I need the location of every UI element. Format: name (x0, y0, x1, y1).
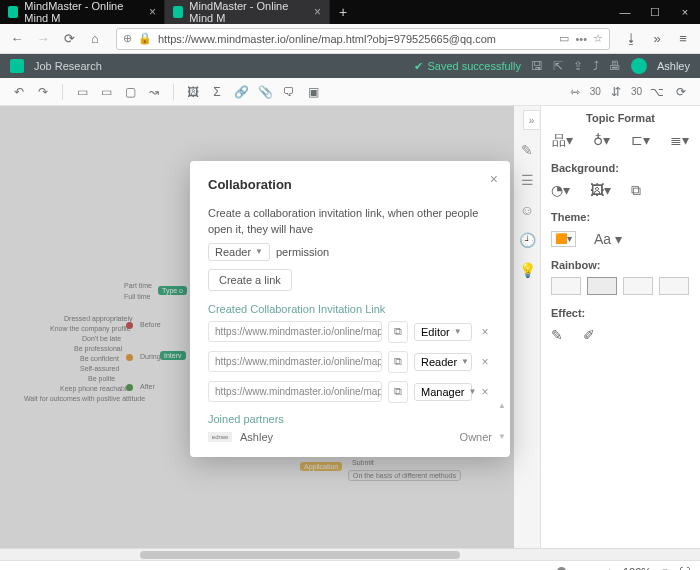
favicon-icon (8, 6, 18, 18)
undo-icon[interactable]: ↶ (10, 85, 28, 99)
dialog-intro: Create a collaboration invitation link, … (208, 206, 492, 237)
forward-icon[interactable]: → (32, 28, 54, 50)
delete-icon[interactable]: × (478, 325, 492, 339)
browser-tab[interactable]: MindMaster - Online Mind M × (0, 0, 165, 24)
browser-tabstrip: MindMaster - Online Mind M × MindMaster … (0, 0, 700, 24)
save-status-label: Saved successfully (427, 60, 521, 72)
overflow-icon[interactable]: » (646, 28, 668, 50)
browser-tab-active[interactable]: MindMaster - Online Mind M × (165, 0, 330, 24)
partner-role: Owner (460, 431, 492, 443)
window-controls: — ☐ × (610, 0, 700, 24)
hspacing-value[interactable]: 30 (590, 86, 601, 97)
link-icon[interactable]: 🔗 (232, 85, 250, 99)
copy-icon[interactable]: ⧉ (388, 351, 408, 373)
tab-title: MindMaster - Online Mind M (189, 0, 308, 24)
reload-icon[interactable]: ⟳ (58, 28, 80, 50)
partner-name: Ashley (240, 431, 273, 443)
chevron-down-icon: ▼ (454, 327, 462, 336)
app-logo-icon[interactable] (10, 59, 24, 73)
close-icon[interactable]: × (490, 171, 498, 187)
role-value: Reader (421, 356, 457, 368)
document-title[interactable]: Job Research (34, 60, 102, 72)
close-icon[interactable]: × (314, 5, 321, 19)
link-url-input[interactable]: https://www.mindmaster.io/online/map.htm… (208, 381, 382, 402)
back-icon[interactable]: ← (6, 28, 28, 50)
copy-icon[interactable]: ⧉ (388, 381, 408, 403)
role-select[interactable]: Reader▼ (414, 353, 472, 371)
link-url-input[interactable]: https://www.mindmaster.io/online/map.htm… (208, 351, 382, 372)
zoom-out-icon[interactable]: − (500, 566, 506, 571)
delete-icon[interactable]: × (478, 385, 492, 399)
zoom-in-icon[interactable]: + (607, 566, 613, 571)
vspacing-value[interactable]: 30 (631, 86, 642, 97)
refresh-icon[interactable]: ⟳ (672, 85, 690, 99)
user-name[interactable]: Ashley (657, 60, 690, 72)
partners-scrollbar[interactable]: ▲▼ (498, 401, 504, 441)
close-icon[interactable]: × (149, 5, 156, 19)
minimize-icon[interactable]: — (610, 0, 640, 24)
link-row: https://www.mindmaster.io/online/map.htm… (208, 351, 492, 373)
toolbar: ↶ ↷ ▭ ▭ ▢ ↝ 🖼 Σ 🔗 📎 🗨 ▣ ⇿ 30 ⇵ 30 ⌥ ⟳ (0, 78, 700, 106)
zoom-value[interactable]: 100% (623, 566, 651, 571)
create-link-button[interactable]: Create a link (208, 269, 292, 291)
chevron-down-icon: ▼ (468, 387, 476, 396)
export-icon[interactable]: ⇱ (553, 59, 563, 73)
role-select[interactable]: Manager▼ (414, 383, 472, 401)
image-icon[interactable]: 🖼 (184, 85, 202, 99)
close-icon[interactable]: × (670, 0, 700, 24)
address-bar[interactable]: ⊕ 🔒 https://www.mindmaster.io/online/map… (116, 28, 610, 50)
role-select[interactable]: Editor▼ (414, 323, 472, 341)
fullscreen-icon[interactable]: ⛶ (679, 566, 690, 571)
partner-row: edraw Ashley Owner (208, 431, 492, 443)
save-icon[interactable]: 🖫 (531, 59, 543, 73)
check-icon: ✔ (414, 60, 423, 73)
url-text: https://www.mindmaster.io/online/map.htm… (158, 33, 553, 45)
menu-icon[interactable]: ≡ (672, 28, 694, 50)
star-icon[interactable]: ☆ (593, 32, 603, 45)
horizontal-scrollbar[interactable] (0, 548, 700, 560)
hspacing-icon[interactable]: ⇿ (566, 85, 584, 99)
download-icon[interactable]: ⭳ (620, 28, 642, 50)
more-icon[interactable]: ••• (575, 33, 587, 45)
link-url-input[interactable]: https://www.mindmaster.io/online/map.htm… (208, 321, 382, 342)
share-icon[interactable]: ⇪ (573, 59, 583, 73)
publish-icon[interactable]: ⤴ (593, 59, 599, 73)
attachment-icon[interactable]: 📎 (256, 85, 274, 99)
role-value: Editor (421, 326, 450, 338)
partner-logo: edraw (208, 432, 232, 442)
dialog-title: Collaboration (208, 177, 492, 192)
formula-icon[interactable]: Σ (208, 85, 226, 99)
scrollbar-thumb[interactable] (140, 551, 460, 559)
role-value: Manager (421, 386, 464, 398)
floating-topic-icon[interactable]: ▢ (121, 85, 139, 99)
chevron-down-icon: ▼ (461, 357, 469, 366)
note-icon[interactable]: 🗨 (280, 85, 298, 99)
shield-icon: ⊕ (123, 32, 132, 45)
new-tab-button[interactable]: + (330, 0, 356, 24)
permission-select[interactable]: Reader ▼ (208, 243, 270, 261)
user-avatar-icon[interactable] (631, 58, 647, 74)
partners-label: Joined partners (208, 413, 492, 425)
subtopic-icon[interactable]: ▭ (97, 85, 115, 99)
tab-title: MindMaster - Online Mind M (24, 0, 143, 24)
redo-icon[interactable]: ↷ (34, 85, 52, 99)
delete-icon[interactable]: × (478, 355, 492, 369)
save-status: ✔ Saved successfully (414, 60, 521, 73)
copy-icon[interactable]: ⧉ (388, 321, 408, 343)
home-icon[interactable]: ⌂ (84, 28, 106, 50)
reader-icon[interactable]: ▭ (559, 32, 569, 45)
relationship-icon[interactable]: ↝ (145, 85, 163, 99)
browser-navbar: ← → ⟳ ⌂ ⊕ 🔒 https://www.mindmaster.io/on… (0, 24, 700, 54)
lock-icon: 🔒 (138, 32, 152, 45)
branch-icon[interactable]: ⌥ (648, 85, 666, 99)
status-bar: − + 100% ▼ ⛶ (0, 560, 700, 570)
favicon-icon (173, 6, 183, 18)
main-area: Field Company Type o Part time Full time… (0, 106, 700, 548)
chevron-down-icon: ▼ (255, 247, 263, 256)
maximize-icon[interactable]: ☐ (640, 0, 670, 24)
collaboration-dialog: × Collaboration Create a collaboration i… (190, 161, 510, 457)
boundary-icon[interactable]: ▣ (304, 85, 322, 99)
vspacing-icon[interactable]: ⇵ (607, 85, 625, 99)
topic-icon[interactable]: ▭ (73, 85, 91, 99)
print-icon[interactable]: 🖶 (609, 59, 621, 73)
